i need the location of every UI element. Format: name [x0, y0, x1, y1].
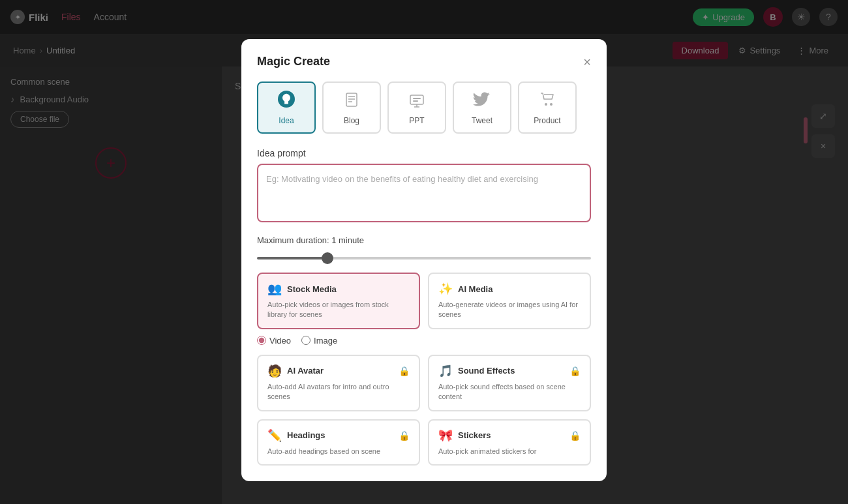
prompt-label: Idea prompt: [257, 148, 591, 158]
feature-card-ai-media[interactable]: ✨ AI Media Auto-generate videos or image…: [428, 273, 591, 329]
svg-rect-1: [284, 103, 288, 104]
stock-media-desc: Auto-pick videos or images from stock li…: [267, 300, 410, 320]
tab-idea-label: Idea: [279, 116, 294, 125]
ppt-icon: [408, 90, 426, 112]
duration-label: Maximum duration: 1 minute: [257, 235, 364, 245]
svg-rect-6: [410, 95, 423, 104]
tab-ppt-label: PPT: [409, 116, 424, 125]
feature-card-headings[interactable]: ✏️ Headings 🔒 Auto-add headings based on…: [257, 419, 420, 466]
sound-effects-lock-icon: 🔒: [569, 366, 581, 376]
ai-avatar-icon: 🧑: [267, 364, 282, 378]
modal-close-button[interactable]: ×: [583, 55, 591, 68]
duration-slider[interactable]: [257, 257, 591, 259]
svg-point-11: [545, 103, 547, 106]
ai-media-desc: Auto-generate videos or images using AI …: [438, 300, 581, 320]
tab-product[interactable]: Product: [518, 82, 577, 134]
sound-effects-title: Sound Effects: [458, 366, 515, 376]
magic-create-modal: Magic Create × Idea: [241, 39, 607, 481]
stickers-lock-icon: 🔒: [569, 430, 581, 441]
image-radio[interactable]: [301, 336, 310, 345]
media-type-radio-group: Video Image: [257, 336, 591, 346]
idea-icon: [277, 90, 295, 112]
image-radio-label[interactable]: Image: [301, 336, 337, 346]
feature-grid: 👥 Stock Media Auto-pick videos or images…: [257, 273, 591, 329]
video-radio[interactable]: [257, 336, 266, 345]
modal-header: Magic Create ×: [257, 55, 591, 68]
tab-ppt[interactable]: PPT: [387, 82, 446, 134]
feature-grid-2: 🧑 AI Avatar 🔒 Auto-add AI avatars for in…: [257, 355, 591, 466]
ai-avatar-desc: Auto-add AI avatars for intro and outro …: [267, 382, 410, 402]
video-radio-label[interactable]: Video: [257, 336, 291, 346]
tweet-icon: [473, 90, 491, 112]
feature-card-sound-effects[interactable]: 🎵 Sound Effects 🔒 Auto-pick sound effect…: [428, 355, 591, 411]
tab-product-label: Product: [534, 116, 560, 125]
duration-row: Maximum duration: 1 minute: [257, 235, 591, 245]
headings-lock-icon: 🔒: [399, 430, 410, 441]
stock-media-title: Stock Media: [287, 284, 337, 294]
modal-overlay: Magic Create × Idea: [0, 0, 848, 504]
tab-tweet-label: Tweet: [472, 116, 492, 125]
stickers-desc: Auto-pick animated stickers for: [438, 447, 581, 456]
sound-effects-icon: 🎵: [438, 364, 453, 378]
svg-rect-2: [346, 93, 357, 106]
tab-idea[interactable]: Idea: [257, 82, 316, 134]
svg-rect-9: [413, 98, 421, 99]
feature-card-stock-media[interactable]: 👥 Stock Media Auto-pick videos or images…: [257, 273, 420, 329]
ai-avatar-lock-icon: 🔒: [399, 366, 410, 376]
tab-blog-label: Blog: [344, 116, 359, 125]
headings-title: Headings: [287, 430, 326, 440]
idea-prompt-input[interactable]: [257, 164, 591, 222]
stock-media-icon: 👥: [267, 282, 282, 296]
svg-point-12: [550, 103, 553, 106]
blog-icon: [342, 90, 361, 112]
ai-media-icon: ✨: [438, 282, 453, 296]
tab-blog[interactable]: Blog: [322, 82, 381, 134]
svg-rect-10: [413, 100, 418, 102]
headings-icon: ✏️: [267, 428, 282, 443]
type-tabs: Idea Blog: [257, 82, 591, 134]
tab-tweet[interactable]: Tweet: [453, 82, 511, 134]
product-icon: [538, 90, 556, 112]
feature-card-ai-avatar[interactable]: 🧑 AI Avatar 🔒 Auto-add AI avatars for in…: [257, 355, 420, 411]
stickers-title: Stickers: [458, 430, 491, 440]
stickers-icon: 🎀: [438, 428, 453, 443]
ai-media-title: AI Media: [458, 284, 492, 294]
ai-avatar-title: AI Avatar: [287, 366, 324, 376]
modal-title: Magic Create: [257, 55, 330, 68]
headings-desc: Auto-add headings based on scene: [267, 447, 410, 456]
feature-card-stickers[interactable]: 🎀 Stickers 🔒 Auto-pick animated stickers…: [428, 419, 591, 466]
sound-effects-desc: Auto-pick sound effects based on scene c…: [438, 382, 581, 402]
